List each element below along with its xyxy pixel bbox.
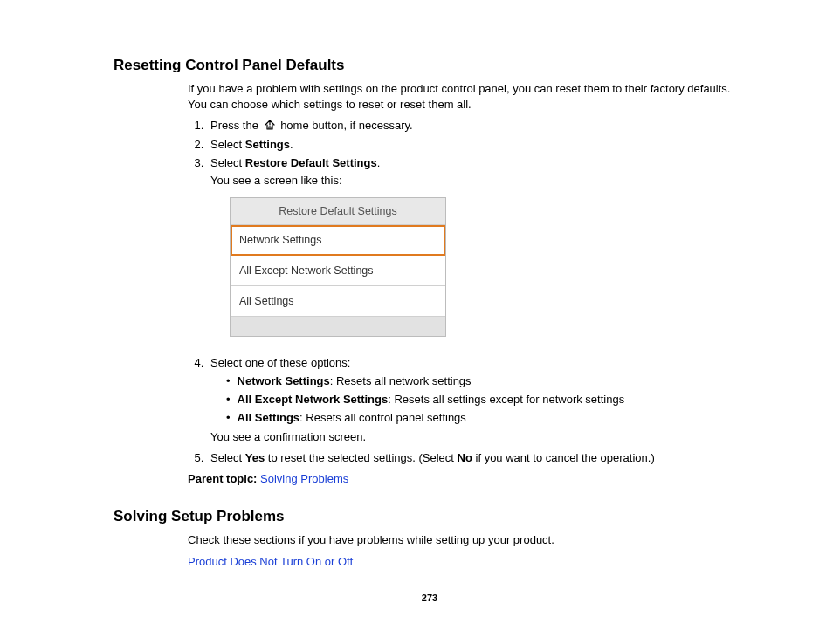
step-3-bold: Restore Default Settings: [245, 156, 377, 169]
screenshot-footer: [231, 317, 445, 336]
step-4-text: Select one of these options:: [210, 356, 350, 369]
opt3-text: : Resets all control panel settings: [299, 411, 466, 424]
screenshot-row-network: Network Settings: [231, 225, 445, 256]
opt2-bold: All Except Network Settings: [238, 393, 389, 406]
step-4-note: You see a confirmation screen.: [210, 429, 746, 445]
link-product-power[interactable]: Product Does Not Turn On or Off: [188, 555, 353, 568]
step-5-no: No: [458, 451, 472, 464]
step-3-note: You see a screen like this:: [210, 173, 746, 188]
setup-intro: Check these sections if you have problem…: [188, 532, 746, 548]
parent-topic-label: Parent topic:: [188, 472, 260, 485]
section-heading-setup: Solving Setup Problems: [114, 508, 746, 525]
step-5: Select Yes to reset the selected setting…: [207, 451, 746, 464]
screenshot-row-except-network: All Except Network Settings: [231, 256, 445, 286]
step-1-text-b: home button, if necessary.: [278, 119, 413, 132]
step-2-text-a: Select: [210, 138, 245, 151]
opt3-bold: All Settings: [238, 411, 300, 424]
screenshot-row-all: All Settings: [231, 286, 445, 317]
step-5-c: to reset the selected settings. (Select: [265, 451, 457, 464]
option-all: All Settings: Resets all control panel s…: [226, 411, 746, 424]
step-1-text-a: Press the: [210, 119, 262, 132]
step-5-e: if you want to cancel the operation.): [472, 451, 655, 464]
page-number: 273: [114, 593, 746, 603]
opt2-text: : Resets all settings except for network…: [388, 393, 624, 406]
home-icon: [264, 120, 276, 133]
step-3: Select Restore Default Settings. You see…: [207, 156, 746, 337]
section-heading-resetting: Resetting Control Panel Defaults: [114, 57, 746, 74]
opt1-text: : Resets all network settings: [330, 374, 472, 387]
step-4: Select one of these options: Network Set…: [207, 356, 746, 445]
screenshot-header: Restore Default Settings: [231, 198, 445, 225]
step-2-text-c: .: [290, 138, 293, 151]
step-3-text-a: Select: [210, 156, 245, 169]
intro-paragraph: If you have a problem with settings on t…: [188, 81, 746, 112]
parent-topic-line: Parent topic: Solving Problems: [188, 471, 746, 487]
step-3-text-c: .: [377, 156, 381, 169]
parent-topic-link[interactable]: Solving Problems: [260, 472, 348, 485]
step-2: Select Settings.: [207, 138, 746, 151]
option-except-network: All Except Network Settings: Resets all …: [226, 393, 746, 406]
step-1: Press the home button, if necessary.: [207, 119, 746, 133]
step-2-bold: Settings: [245, 138, 290, 151]
opt1-bold: Network Settings: [238, 374, 330, 387]
option-network: Network Settings: Resets all network set…: [226, 374, 746, 387]
restore-settings-screenshot: Restore Default Settings Network Setting…: [230, 197, 446, 337]
step-5-a: Select: [210, 451, 245, 464]
step-5-yes: Yes: [245, 451, 265, 464]
